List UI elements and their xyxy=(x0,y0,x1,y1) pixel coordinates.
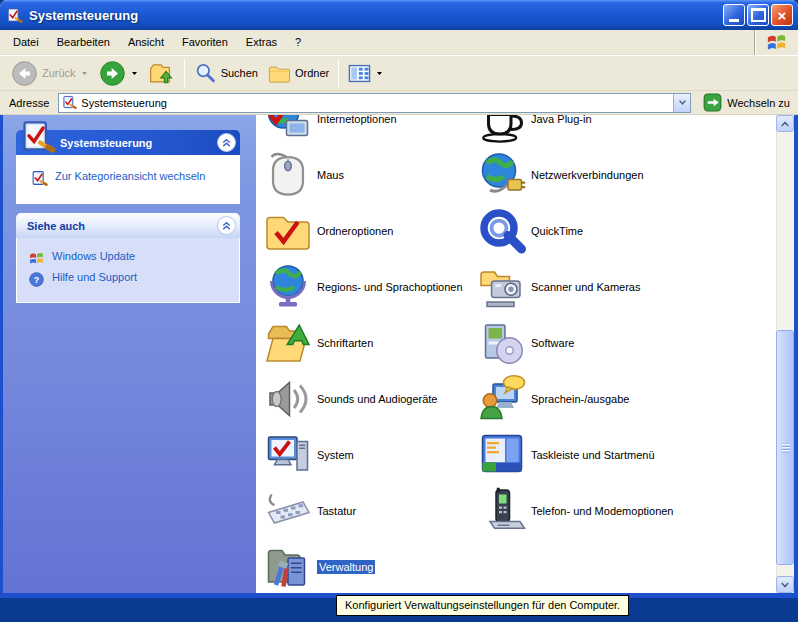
forward-button[interactable] xyxy=(94,57,144,89)
list-item-scanner-und-kameras[interactable]: Scanner und Kameras xyxy=(478,259,730,315)
back-icon xyxy=(11,60,38,87)
control-panel-icon xyxy=(20,119,56,155)
list-item-label: Netzwerkverbindungen xyxy=(531,169,644,181)
menu-item-ansicht[interactable]: Ansicht xyxy=(119,30,173,54)
list-item-label: Verwaltung xyxy=(317,560,375,574)
list-item-label: QuickTime xyxy=(531,225,583,237)
see-also-panel: Siehe auch Windows Update?Hilfe und Supp… xyxy=(16,213,240,303)
list-item-taskleiste-und-startmen[interactable]: Taskleiste und Startmenü xyxy=(478,427,730,483)
windows-logo-icon xyxy=(765,31,788,54)
quicktime-icon xyxy=(478,207,526,255)
folders-button[interactable]: Ordner xyxy=(263,57,334,89)
folder-icon xyxy=(268,62,291,85)
software-icon xyxy=(478,319,526,367)
list-item-label: Maus xyxy=(317,169,344,181)
forward-dropdown-caret-icon[interactable] xyxy=(130,69,139,78)
chevron-up-icon xyxy=(780,119,790,129)
collapse-panel-button[interactable] xyxy=(217,216,236,235)
list-item-label: Regions- und Sprachoptionen xyxy=(317,281,463,293)
menu-item-favoriten[interactable]: Favoriten xyxy=(173,30,237,54)
windows-logo-block xyxy=(754,30,798,55)
menu-item-hilfe[interactable]: ? xyxy=(286,30,310,54)
list-item-quicktime[interactable]: QuickTime xyxy=(478,203,730,259)
keyboard-icon xyxy=(264,487,312,535)
panel-body: Zur Kategorieansicht wechseln xyxy=(16,155,240,204)
menu-item-bearbeiten[interactable]: Bearbeiten xyxy=(48,30,119,54)
icon-list-area: InternetoptionenMausOrdneroptionenRegion… xyxy=(256,115,776,593)
scroll-down-button[interactable] xyxy=(776,576,794,593)
up-button[interactable] xyxy=(144,57,180,89)
address-dropdown-button[interactable] xyxy=(673,94,690,112)
list-item-telefon-und-modemoptionen[interactable]: Telefon- und Modemoptionen xyxy=(478,483,730,539)
list-item-verwaltung[interactable]: Verwaltung xyxy=(264,539,516,593)
control-panel-task-panel: Systemsteuerung Zur Kategorieansicht wec… xyxy=(16,130,240,204)
chevron-down-icon xyxy=(678,98,687,107)
admin-tools-icon xyxy=(264,543,312,591)
list-item-label: Software xyxy=(531,337,574,349)
category-view-icon xyxy=(31,170,48,187)
sidebar-link-label: Windows Update xyxy=(52,250,135,262)
vertical-scrollbar[interactable] xyxy=(776,115,794,593)
list-item-java-plug-in[interactable]: Java Plug-in xyxy=(478,115,730,147)
go-icon xyxy=(703,93,722,112)
list-item-label: Sprachein-/ausgabe xyxy=(531,393,629,405)
list-item-label: Internetoptionen xyxy=(317,115,397,125)
chevron-down-icon xyxy=(780,580,790,590)
list-item-label: Scanner und Kameras xyxy=(531,281,640,293)
window-title: Systemsteuerung xyxy=(29,8,138,23)
collapse-panel-button[interactable] xyxy=(217,133,236,152)
go-label: Wechseln zu xyxy=(727,97,790,109)
sidebar-link-hilfe-und-support[interactable]: ?Hilfe und Support xyxy=(28,271,235,288)
list-item-software[interactable]: Software xyxy=(478,315,730,371)
back-button[interactable]: Zurück xyxy=(6,57,94,89)
up-folder-icon xyxy=(149,60,175,86)
titlebar[interactable]: Systemsteuerung × xyxy=(0,0,798,30)
close-button[interactable]: × xyxy=(771,4,793,26)
addressbar: Adresse Systemsteuerung Wechseln zu xyxy=(0,91,798,115)
help-icon: ? xyxy=(28,271,45,288)
chevron-double-up-icon xyxy=(220,219,233,232)
list-item-netzwerkverbindungen[interactable]: Netzwerkverbindungen xyxy=(478,147,730,203)
system-icon xyxy=(264,431,312,479)
list-item-sprachein-ausgabe[interactable]: Sprachein-/ausgabe xyxy=(478,371,730,427)
go-button[interactable]: Wechseln zu xyxy=(695,91,798,115)
taskbar-icon xyxy=(478,431,526,479)
menu-item-extras[interactable]: Extras xyxy=(237,30,286,54)
scrollbar-thumb[interactable] xyxy=(776,330,794,565)
back-dropdown-caret-icon[interactable] xyxy=(80,69,89,78)
maximize-button[interactable] xyxy=(747,4,769,26)
list-item-label: Schriftarten xyxy=(317,337,373,349)
windows-update-icon xyxy=(28,250,45,267)
panel-header: Siehe auch xyxy=(16,213,240,238)
address-field[interactable]: Systemsteuerung xyxy=(58,93,691,113)
sounds-icon xyxy=(264,375,312,423)
forward-icon xyxy=(99,60,126,87)
sidebar-link-zur-kategorieansicht-wechseln[interactable]: Zur Kategorieansicht wechseln xyxy=(31,170,235,187)
folders-label: Ordner xyxy=(295,67,329,79)
views-icon xyxy=(348,62,371,85)
svg-text:?: ? xyxy=(34,275,40,285)
panel-body: Windows Update?Hilfe und Support xyxy=(16,238,240,303)
toolbar-separator xyxy=(184,59,185,87)
panel-title: Siehe auch xyxy=(27,220,85,232)
list-item-label: Tastatur xyxy=(317,505,356,517)
window: Systemsteuerung × Datei Bearbeiten Ansic… xyxy=(0,0,798,598)
list-item-label: Java Plug-in xyxy=(531,115,592,125)
internet-options-icon xyxy=(264,115,312,143)
panel-header: Systemsteuerung xyxy=(16,130,240,155)
address-value-icon xyxy=(62,95,77,110)
back-label: Zurück xyxy=(42,67,76,79)
sidebar-link-windows-update[interactable]: Windows Update xyxy=(28,250,235,267)
views-dropdown-caret-icon[interactable] xyxy=(375,69,384,78)
minimize-button[interactable] xyxy=(723,4,745,26)
sidebar-link-label: Zur Kategorieansicht wechseln xyxy=(55,170,205,182)
search-icon xyxy=(194,62,217,85)
menu-item-datei[interactable]: Datei xyxy=(4,30,48,54)
views-button[interactable] xyxy=(343,57,389,89)
scroll-up-button[interactable] xyxy=(776,115,794,132)
toolbar: Zurück Suchen Ordner xyxy=(0,55,798,91)
search-button[interactable]: Suchen xyxy=(189,57,263,89)
folder-options-icon xyxy=(264,207,312,255)
list-item-label: Telefon- und Modemoptionen xyxy=(531,505,673,517)
scanner-camera-icon xyxy=(478,263,526,311)
